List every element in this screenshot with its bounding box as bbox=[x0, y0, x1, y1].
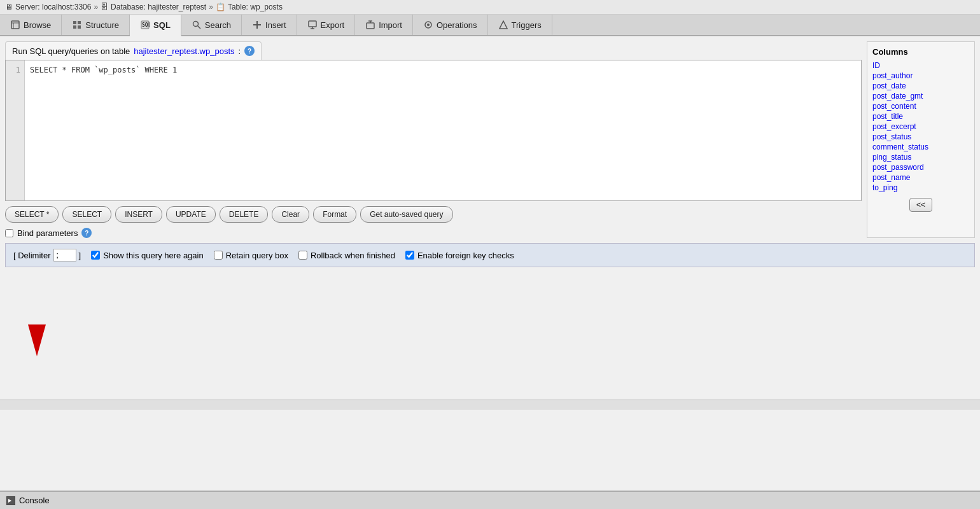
foreign-key-option: Enable foreign key checks bbox=[405, 251, 514, 260]
show-query-checkbox[interactable] bbox=[91, 251, 100, 260]
svg-rect-4 bbox=[78, 21, 81, 24]
delete-button[interactable]: DELETE bbox=[220, 206, 269, 223]
column-item-post-content[interactable]: post_content bbox=[872, 101, 969, 111]
column-item-id[interactable]: ID bbox=[872, 60, 969, 71]
tab-triggers[interactable]: Triggers bbox=[488, 15, 552, 35]
tab-sql-label: SQL bbox=[153, 20, 171, 30]
tab-operations[interactable]: Operations bbox=[413, 15, 488, 35]
tab-structure[interactable]: Structure bbox=[62, 15, 130, 35]
sql-panel: Run SQL query/queries on table hajiteste… bbox=[5, 41, 975, 238]
column-item-ping-status[interactable]: ping_status bbox=[872, 152, 969, 162]
sep2: » bbox=[209, 3, 213, 11]
table-icon: 📋 bbox=[216, 3, 225, 11]
tab-operations-label: Operations bbox=[437, 20, 477, 30]
tab-sql[interactable]: SQL SQL bbox=[130, 15, 181, 36]
retain-query-option: Retain query box bbox=[214, 251, 288, 260]
scrollbar[interactable] bbox=[0, 400, 980, 410]
column-item-post-author[interactable]: post_author bbox=[872, 71, 969, 81]
bind-params-info-icon[interactable]: ? bbox=[81, 228, 92, 238]
columns-title: Columns bbox=[872, 47, 969, 57]
delimiter-group: [ Delimiter ] bbox=[13, 249, 81, 261]
show-query-label: Show this query here again bbox=[103, 251, 204, 260]
tab-browse-label: Browse bbox=[24, 20, 51, 30]
tab-export-label: Export bbox=[321, 20, 345, 30]
server-label: Server: localhost:3306 bbox=[15, 3, 91, 11]
columns-nav-back[interactable]: << bbox=[909, 198, 932, 212]
column-item-comment-status[interactable]: comment_status bbox=[872, 142, 969, 152]
retain-query-label: Retain query box bbox=[226, 251, 288, 260]
clear-button[interactable]: Clear bbox=[272, 206, 309, 223]
rollback-label: Rollback when finished bbox=[311, 251, 395, 260]
options-bar: [ Delimiter ] Show this query here again… bbox=[5, 243, 975, 267]
query-colon: : bbox=[239, 46, 241, 56]
tab-structure-label: Structure bbox=[85, 20, 119, 30]
svg-rect-0 bbox=[11, 21, 19, 29]
import-icon bbox=[365, 20, 375, 30]
insert-icon bbox=[252, 20, 262, 30]
bind-params-row: Bind parameters ? bbox=[5, 228, 862, 238]
column-item-post-password[interactable]: post_password bbox=[872, 162, 969, 172]
column-item-post-date[interactable]: post_date bbox=[872, 81, 969, 91]
db-icon: 🗄 bbox=[101, 3, 108, 11]
tab-import[interactable]: Import bbox=[355, 15, 413, 35]
column-item-post-status[interactable]: post_status bbox=[872, 132, 969, 142]
console-bar: Console bbox=[0, 491, 980, 509]
format-button[interactable]: Format bbox=[313, 206, 356, 223]
svg-rect-6 bbox=[78, 25, 81, 29]
operations-icon bbox=[423, 20, 433, 30]
sql-editor[interactable]: SELECT * FROM `wp_posts` WHERE 1 bbox=[25, 60, 861, 200]
column-item-post-name[interactable]: post_name bbox=[872, 172, 969, 183]
insert-button[interactable]: INSERT bbox=[115, 206, 162, 223]
red-arrow-indicator bbox=[28, 324, 46, 356]
console-icon bbox=[6, 496, 15, 505]
column-item-post-excerpt[interactable]: post_excerpt bbox=[872, 122, 969, 132]
delimiter-input[interactable] bbox=[53, 249, 76, 261]
svg-point-20 bbox=[427, 24, 430, 26]
server-icon: 🖥 bbox=[5, 3, 13, 11]
sql-toolbar: SELECT * SELECT INSERT UPDATE DELETE Cle… bbox=[5, 206, 862, 223]
retain-query-checkbox[interactable] bbox=[214, 251, 223, 260]
column-item-to-ping[interactable]: to_ping bbox=[872, 183, 969, 193]
query-header: Run SQL query/queries on table hajiteste… bbox=[5, 41, 262, 60]
browse-icon bbox=[10, 20, 20, 30]
auto-saved-button[interactable]: Get auto-saved query bbox=[360, 206, 452, 223]
columns-panel: Columns ID post_author post_date post_da… bbox=[867, 41, 975, 238]
export-icon bbox=[307, 20, 318, 30]
query-header-label: Run SQL query/queries on table bbox=[12, 46, 130, 56]
svg-point-9 bbox=[193, 22, 198, 27]
select-star-button[interactable]: SELECT * bbox=[5, 206, 59, 223]
tab-browse[interactable]: Browse bbox=[0, 15, 62, 35]
db-link[interactable]: hajitester_reptest.wp_posts bbox=[134, 46, 234, 56]
database-label: Database: hajitester_reptest bbox=[111, 3, 206, 11]
update-button[interactable]: UPDATE bbox=[166, 206, 216, 223]
bind-params-label: Bind parameters bbox=[17, 228, 78, 238]
tab-search[interactable]: Search bbox=[181, 15, 242, 35]
sql-left: Run SQL query/queries on table hajiteste… bbox=[5, 41, 862, 238]
svg-rect-13 bbox=[309, 21, 316, 27]
foreign-key-checkbox[interactable] bbox=[405, 251, 414, 260]
foreign-key-label: Enable foreign key checks bbox=[417, 251, 514, 260]
svg-rect-16 bbox=[367, 23, 374, 29]
rollback-checkbox[interactable] bbox=[298, 251, 307, 260]
triggers-icon bbox=[498, 20, 508, 30]
line-number-1: 1 bbox=[10, 66, 20, 74]
title-bar: 🖥 Server: localhost:3306 » 🗄 Database: h… bbox=[0, 0, 980, 15]
svg-text:SQL: SQL bbox=[142, 22, 150, 28]
sql-icon: SQL bbox=[140, 20, 150, 30]
tab-export[interactable]: Export bbox=[297, 15, 356, 35]
query-info-icon[interactable]: ? bbox=[244, 46, 255, 56]
search-icon bbox=[192, 20, 202, 30]
empty-area bbox=[5, 267, 975, 394]
column-item-post-title[interactable]: post_title bbox=[872, 111, 969, 122]
sep1: » bbox=[94, 3, 98, 11]
bind-params-checkbox[interactable] bbox=[5, 229, 13, 237]
console-label[interactable]: Console bbox=[19, 496, 50, 505]
select-button[interactable]: SELECT bbox=[62, 206, 111, 223]
tab-insert[interactable]: Insert bbox=[242, 15, 297, 35]
columns-nav: << bbox=[872, 198, 969, 212]
rollback-option: Rollback when finished bbox=[298, 251, 395, 260]
tab-import-label: Import bbox=[379, 20, 402, 30]
table-label: Table: wp_posts bbox=[228, 3, 283, 11]
column-item-post-date-gmt[interactable]: post_date_gmt bbox=[872, 91, 969, 101]
svg-marker-21 bbox=[500, 21, 507, 29]
